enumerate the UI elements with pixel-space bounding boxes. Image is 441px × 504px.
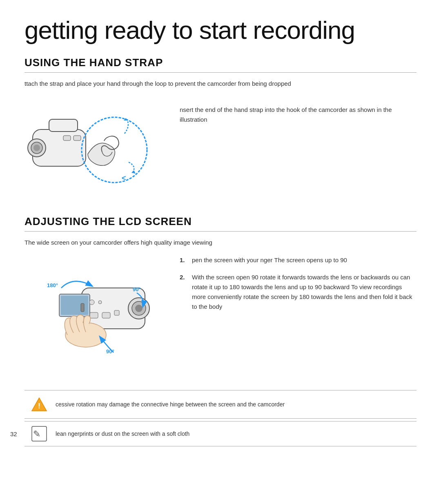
svg-text:90°: 90°: [133, 286, 141, 292]
section1-content: < nsert the end of the hand strap into t…: [24, 97, 416, 195]
page-title: getting ready to start recording: [24, 16, 416, 44]
step2-number: 2.: [180, 272, 187, 312]
svg-rect-17: [81, 303, 84, 312]
section2-intro: The wide screen on your camcorder offers…: [24, 238, 416, 248]
notice2-text: lean ngerprints or dust on the screen wi…: [56, 430, 189, 437]
page-number: 32: [10, 430, 17, 437]
warning-triangle-icon: !: [31, 396, 47, 413]
step-1: 1. pen the screen with your nger The scr…: [180, 255, 416, 265]
section2-steps: 1. pen the screen with your nger The scr…: [180, 255, 416, 319]
lcd-screen-illustration: 180° 90° 90°: [24, 255, 163, 374]
svg-text:180°: 180°: [47, 282, 58, 288]
svg-text:<: <: [122, 174, 126, 182]
svg-rect-5: [63, 136, 71, 140]
svg-point-3: [33, 145, 40, 151]
svg-text:!: !: [38, 402, 40, 410]
step2-text: With the screen open 90 rotate it forwar…: [192, 272, 416, 312]
svg-rect-21: [102, 312, 110, 318]
section-hand-strap: USING THE HAND STRAP ttach the strap and…: [24, 56, 416, 195]
lcd-svg: 180° 90° 90°: [24, 255, 163, 376]
svg-rect-6: [74, 136, 81, 140]
section1-intro: ttach the strap and place your hand thro…: [24, 79, 416, 89]
svg-marker-9: [131, 170, 136, 174]
notice-warning: ! cessive rotation may damage the connec…: [24, 390, 416, 419]
svg-point-19: [98, 301, 102, 304]
section2-heading: ADJUSTING THE LCD SCREEN: [24, 215, 416, 232]
svg-rect-4: [49, 119, 78, 132]
svg-rect-20: [90, 312, 98, 318]
camcorder-svg: <: [24, 97, 163, 195]
notice1-text: cessive rotation may damage the connecti…: [56, 401, 285, 408]
section2-content: 180° 90° 90°: [24, 255, 416, 374]
section1-heading: USING THE HAND STRAP: [24, 56, 416, 73]
section1-side-text: nsert the end of the hand strap into the…: [180, 97, 416, 125]
svg-rect-22: [114, 310, 119, 315]
step1-text: pen the screen with your nger The screen…: [192, 255, 347, 265]
svg-point-14: [135, 305, 143, 312]
notice-clean: 32 ✎ lean ngerprints or dust on the scre…: [24, 421, 416, 446]
svg-text:✎: ✎: [33, 429, 40, 439]
step-2: 2. With the screen open 90 rotate it for…: [180, 272, 416, 312]
section-lcd-screen: ADJUSTING THE LCD SCREEN The wide screen…: [24, 215, 416, 374]
hand-strap-illustration: <: [24, 97, 163, 195]
svg-point-18: [89, 300, 94, 305]
clean-icon: ✎: [31, 426, 47, 442]
step1-number: 1.: [180, 255, 187, 265]
